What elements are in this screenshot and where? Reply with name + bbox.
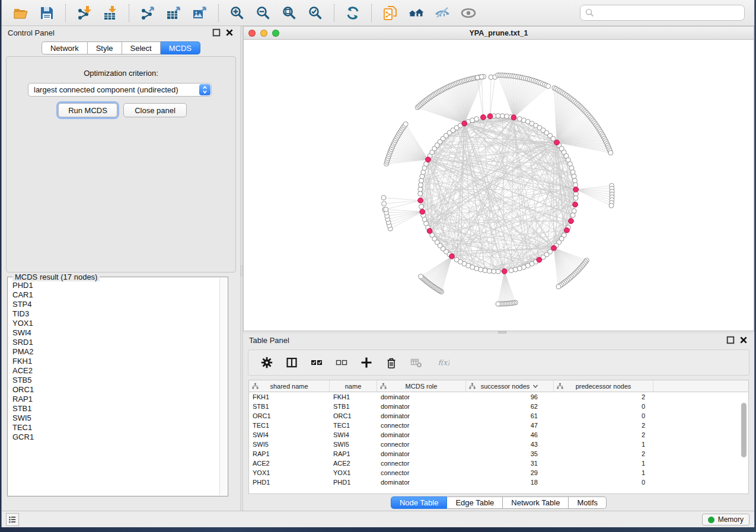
mcds-result-item[interactable]: YOX1 xyxy=(12,319,219,328)
cell-successor-nodes[interactable]: 35 xyxy=(466,449,554,459)
cell-MCDS-role[interactable]: connector xyxy=(377,459,466,468)
optimization-criterion-select[interactable]: largest connected component (undirected) xyxy=(28,83,212,97)
cell-MCDS-role[interactable]: dominator xyxy=(377,392,466,402)
cell-predecessor-nodes[interactable]: 0 xyxy=(554,411,653,421)
cell-MCDS-role[interactable]: connector xyxy=(377,421,466,430)
save-session-icon[interactable] xyxy=(38,4,56,22)
cell-predecessor-nodes[interactable]: 0 xyxy=(554,477,653,487)
cell-predecessor-nodes[interactable]: 0 xyxy=(554,402,653,411)
mcds-result-item[interactable]: CAR1 xyxy=(12,290,219,300)
zoom-fit-icon[interactable] xyxy=(280,4,298,22)
gear-icon[interactable] xyxy=(259,355,275,370)
first-neighbors-icon[interactable] xyxy=(407,4,425,22)
mcds-result-item[interactable]: TEC1 xyxy=(12,423,219,432)
import-network-icon[interactable] xyxy=(75,4,93,22)
column-header-successor-nodes[interactable]: successor nodes xyxy=(466,380,554,392)
duplicate-network-icon[interactable] xyxy=(381,4,399,22)
column-header-predecessor-nodes[interactable]: predecessor nodes xyxy=(554,380,653,392)
zoom-selected-icon[interactable] xyxy=(307,4,324,22)
tab-select[interactable]: Select xyxy=(122,41,161,55)
cell-shared-name[interactable]: ORC1 xyxy=(249,411,330,421)
table-row[interactable]: FKH1FKH1dominator962 xyxy=(249,392,748,402)
cell-successor-nodes[interactable]: 96 xyxy=(466,392,554,402)
cell-name[interactable]: STB1 xyxy=(330,402,377,411)
table-row[interactable]: ORC1ORC1dominator610 xyxy=(249,411,748,421)
clear-selection-icon[interactable] xyxy=(334,355,349,370)
cell-name[interactable]: RAP1 xyxy=(330,449,377,459)
search-box[interactable] xyxy=(580,5,745,21)
cell-successor-nodes[interactable]: 31 xyxy=(466,459,554,468)
cell-MCDS-role[interactable]: dominator xyxy=(377,411,466,421)
mcds-result-item[interactable]: TID3 xyxy=(12,309,219,319)
mcds-result-item[interactable]: SRD1 xyxy=(12,338,219,347)
cell-shared-name[interactable]: FKH1 xyxy=(249,392,330,402)
import-table-icon[interactable] xyxy=(101,4,119,22)
mcds-result-item[interactable]: ACE2 xyxy=(12,366,219,376)
table-row[interactable]: RAP1RAP1dominator352 xyxy=(249,449,748,459)
cell-shared-name[interactable]: ACE2 xyxy=(249,459,330,468)
cell-name[interactable]: ORC1 xyxy=(330,411,377,421)
mcds-result-item[interactable]: SWI4 xyxy=(12,328,219,338)
trash-icon[interactable] xyxy=(384,355,399,370)
close-panel-icon[interactable] xyxy=(225,28,234,37)
cell-name[interactable]: FKH1 xyxy=(330,392,377,402)
cell-MCDS-role[interactable]: dominator xyxy=(377,477,466,487)
splitter-grip[interactable] xyxy=(241,265,243,276)
tab-mcds[interactable]: MCDS xyxy=(161,41,200,55)
table-scrollbar[interactable] xyxy=(741,395,747,513)
cell-predecessor-nodes[interactable]: 1 xyxy=(554,459,653,468)
cell-successor-nodes[interactable]: 46 xyxy=(466,430,554,440)
cell-shared-name[interactable]: SWI5 xyxy=(249,440,330,449)
table-row[interactable]: YOX1YOX1connector291 xyxy=(249,468,748,477)
mcds-result-item[interactable]: GCR1 xyxy=(12,432,219,442)
add-icon[interactable] xyxy=(359,355,374,370)
cell-shared-name[interactable]: YOX1 xyxy=(249,468,330,477)
mcds-result-item[interactable]: STB1 xyxy=(12,404,219,414)
cell-name[interactable]: PHD1 xyxy=(330,477,377,487)
tab-node-table[interactable]: Node Table xyxy=(391,496,448,509)
scroll-thumb[interactable] xyxy=(741,403,747,457)
column-header-name[interactable]: name xyxy=(330,380,377,392)
cell-name[interactable]: SWI4 xyxy=(330,430,377,440)
columns-icon[interactable] xyxy=(284,355,299,370)
cell-successor-nodes[interactable]: 29 xyxy=(466,468,554,477)
result-scrollbar[interactable] xyxy=(219,278,227,495)
column-header-shared-name[interactable]: shared name xyxy=(249,380,330,392)
export-network-icon[interactable] xyxy=(139,4,157,22)
export-table-icon[interactable] xyxy=(165,4,183,22)
cell-MCDS-role[interactable]: connector xyxy=(377,468,466,477)
search-input[interactable] xyxy=(598,8,739,18)
network-window-titlebar[interactable]: YPA_prune.txt_1 xyxy=(244,27,754,40)
cell-predecessor-nodes[interactable]: 2 xyxy=(554,392,653,402)
cell-MCDS-role[interactable]: dominator xyxy=(377,430,466,440)
cell-name[interactable]: TEC1 xyxy=(330,421,377,430)
table-row[interactable]: STB1STB1dominator620 xyxy=(249,402,748,411)
table-row[interactable]: PHD1PHD1dominator180 xyxy=(249,477,748,487)
tab-edge-table[interactable]: Edge Table xyxy=(447,496,503,509)
cell-shared-name[interactable]: TEC1 xyxy=(249,421,330,430)
table-row[interactable]: ACE2ACE2connector311 xyxy=(249,459,748,468)
zoom-in-icon[interactable] xyxy=(228,4,246,22)
cell-shared-name[interactable]: PHD1 xyxy=(249,477,330,487)
mcds-result-item[interactable]: ORC1 xyxy=(12,385,219,395)
close-panel-icon[interactable] xyxy=(739,335,748,345)
cell-successor-nodes[interactable]: 47 xyxy=(466,421,554,430)
cell-MCDS-role[interactable]: dominator xyxy=(377,402,466,411)
table-row[interactable]: SWI5SWI5connector431 xyxy=(249,440,748,449)
cell-shared-name[interactable]: STB1 xyxy=(249,402,330,411)
cell-successor-nodes[interactable]: 62 xyxy=(466,402,554,411)
mcds-result-item[interactable]: PMA2 xyxy=(12,347,219,357)
network-graph[interactable] xyxy=(244,40,754,331)
tab-motifs[interactable]: Motifs xyxy=(569,496,607,509)
cell-shared-name[interactable]: RAP1 xyxy=(249,449,330,459)
cell-successor-nodes[interactable]: 43 xyxy=(466,440,554,449)
task-history-button[interactable] xyxy=(6,513,19,526)
show-all-icon[interactable] xyxy=(460,4,477,22)
export-image-icon[interactable] xyxy=(191,4,209,22)
network-canvas[interactable] xyxy=(244,40,754,331)
open-file-icon[interactable] xyxy=(12,4,30,22)
cell-predecessor-nodes[interactable]: 1 xyxy=(554,440,653,449)
cell-predecessor-nodes[interactable]: 2 xyxy=(554,449,653,459)
cell-MCDS-role[interactable]: dominator xyxy=(377,449,466,459)
cell-shared-name[interactable]: SWI4 xyxy=(249,430,330,440)
